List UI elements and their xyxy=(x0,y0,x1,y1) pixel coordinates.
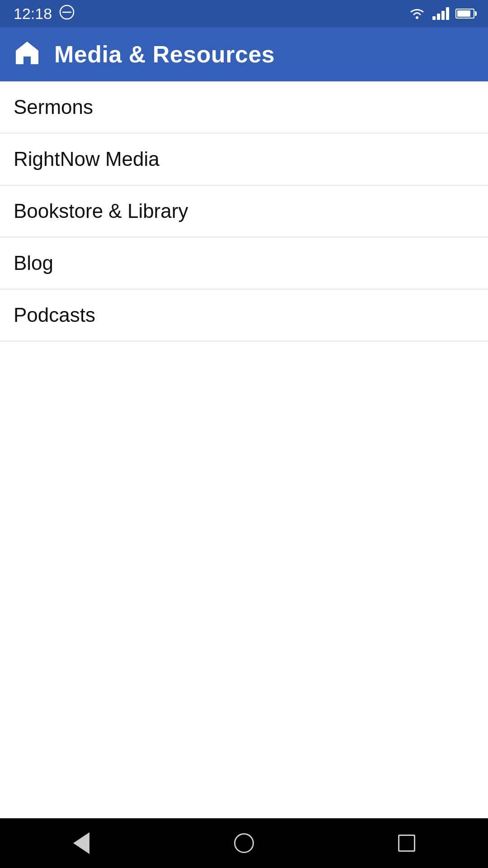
status-right xyxy=(408,7,474,20)
wifi-icon xyxy=(408,7,426,20)
page-title: Media & Resources xyxy=(54,41,275,68)
menu-item-blog[interactable]: Blog xyxy=(0,237,488,289)
menu-item-label: Podcasts xyxy=(14,304,95,326)
recents-icon xyxy=(398,835,415,852)
menu-list: Sermons RightNow Media Bookstore & Libra… xyxy=(0,81,488,818)
do-not-disturb-icon xyxy=(59,5,75,23)
menu-item-rightnow-media[interactable]: RightNow Media xyxy=(0,133,488,185)
menu-item-sermons[interactable]: Sermons xyxy=(0,81,488,133)
home-icon[interactable] xyxy=(14,39,41,70)
menu-item-label: Sermons xyxy=(14,96,93,118)
menu-item-label: Blog xyxy=(14,252,53,274)
nav-bar xyxy=(0,818,488,868)
menu-item-label: Bookstore & Library xyxy=(14,200,188,222)
home-circle-icon xyxy=(234,833,254,853)
menu-item-bookstore-library[interactable]: Bookstore & Library xyxy=(0,185,488,237)
signal-icon xyxy=(432,7,449,20)
nav-back-button[interactable] xyxy=(63,825,99,861)
back-icon xyxy=(73,832,89,854)
menu-item-label: RightNow Media xyxy=(14,148,160,170)
menu-item-podcasts[interactable]: Podcasts xyxy=(0,289,488,341)
nav-home-button[interactable] xyxy=(226,825,262,861)
app-header: Media & Resources xyxy=(0,27,488,81)
battery-icon xyxy=(455,9,474,19)
status-left: 12:18 xyxy=(14,5,75,23)
nav-recents-button[interactable] xyxy=(389,825,425,861)
svg-point-2 xyxy=(416,16,418,19)
status-time: 12:18 xyxy=(14,5,52,23)
status-bar: 12:18 xyxy=(0,0,488,27)
